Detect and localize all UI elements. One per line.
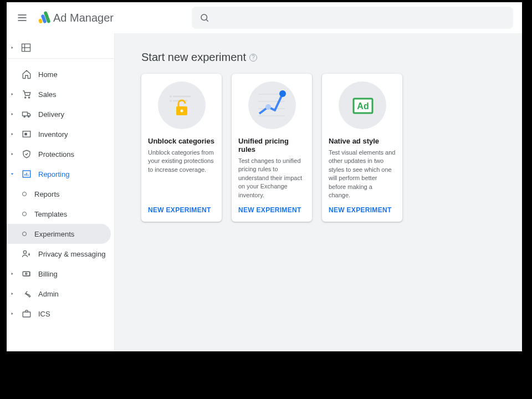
privacy-icon [21, 249, 33, 259]
card-title: Native ad style [329, 137, 396, 145]
card-native-ad-style[interactable]: Ad Native ad style Test visual elements … [322, 74, 402, 222]
sidebar-subitem-label: Templates [34, 210, 67, 218]
menu-button[interactable] [11, 7, 33, 29]
sidebar-item-sales[interactable]: Sales [7, 84, 114, 104]
main-content: Start new experiment ? [115, 33, 522, 351]
new-experiment-button[interactable]: NEW EXPERIMENT [148, 206, 215, 214]
search-icon [200, 13, 209, 23]
card-description: Unblock categories from your existing pr… [148, 149, 215, 200]
experiment-card-row: Unblock categories Unblock categories fr… [141, 74, 512, 222]
sidebar-item-inventory[interactable]: Inventory [7, 124, 114, 144]
network-icon [21, 42, 32, 53]
sidebar-item-label: Privacy & messaging [38, 250, 105, 258]
sidebar-subitem-label: Experiments [34, 230, 74, 238]
page-title-text: Start new experiment [141, 51, 246, 64]
svg-point-22 [23, 250, 26, 253]
svg-point-25 [25, 273, 27, 275]
truck-icon [21, 109, 33, 119]
svg-point-32 [180, 110, 183, 112]
svg-point-12 [28, 97, 29, 98]
svg-point-29 [170, 95, 172, 98]
sidebar-item-label: Sales [38, 90, 57, 99]
sidebar-item-ics[interactable]: ICS [7, 304, 114, 324]
chevron-right-icon [9, 112, 15, 116]
logo[interactable]: Ad Manager [38, 11, 114, 24]
sidebar-subitem-experiments[interactable]: Experiments [7, 224, 111, 244]
app-name: Ad Manager [53, 12, 114, 24]
shield-icon [21, 149, 33, 159]
sidebar-subitem-label: Reports [34, 190, 60, 198]
cart-icon [21, 89, 33, 99]
svg-point-15 [28, 116, 29, 117]
bullet-icon [22, 212, 27, 216]
card-title: Unified pricing rules [238, 137, 305, 154]
sidebar-item-label: Inventory [38, 130, 68, 139]
card-description: Test visual elements and other updates i… [329, 149, 396, 200]
chevron-right-icon [9, 132, 15, 136]
sidebar-item-label: Reporting [38, 170, 69, 178]
svg-rect-13 [23, 112, 28, 116]
sidebar-item-label: Billing [38, 270, 58, 278]
search-input[interactable] [192, 7, 513, 29]
sidebar-item-delivery[interactable]: Delivery [7, 104, 114, 124]
sidebar-subitem-reports[interactable]: Reports [7, 184, 111, 204]
svg-text:Ad: Ad [357, 101, 369, 111]
inventory-icon [21, 129, 33, 139]
sidebar: Home Sales Delivery [7, 33, 115, 351]
ad-manager-logo-icon [38, 11, 51, 24]
sidebar-item-billing[interactable]: Billing [7, 264, 114, 284]
network-selector[interactable] [7, 37, 114, 59]
card-unified-pricing-rules[interactable]: Unified pricing rules Test changes to un… [232, 74, 312, 222]
chevron-right-icon [9, 92, 15, 96]
briefcase-icon [21, 309, 33, 319]
sidebar-subitem-templates[interactable]: Templates [7, 204, 111, 224]
card-description: Test changes to unified pricing rules to… [238, 157, 305, 200]
card-unblock-categories[interactable]: Unblock categories Unblock categories fr… [141, 74, 222, 222]
page-title: Start new experiment ? [141, 51, 512, 64]
svg-rect-26 [23, 312, 30, 317]
bullet-icon [22, 232, 27, 236]
svg-point-14 [24, 116, 25, 117]
chevron-down-icon [9, 172, 15, 176]
chevron-right-icon [9, 45, 15, 50]
sidebar-item-label: Delivery [38, 110, 64, 119]
sidebar-item-privacy[interactable]: Privacy & messaging [7, 244, 114, 264]
app-window: Ad Manager Home [7, 2, 522, 351]
new-experiment-button[interactable]: NEW EXPERIMENT [238, 206, 305, 214]
svg-point-6 [201, 14, 207, 21]
header: Ad Manager [7, 2, 522, 33]
card-title: Unblock categories [148, 137, 215, 145]
chevron-right-icon [9, 311, 15, 316]
svg-point-37 [265, 104, 271, 110]
chevron-right-icon [9, 152, 15, 156]
svg-point-23 [28, 254, 30, 255]
bullet-icon [22, 192, 27, 196]
ad-illustration-icon: Ad [339, 81, 386, 129]
svg-point-11 [25, 97, 26, 98]
menu-icon [17, 12, 28, 23]
home-icon [21, 69, 33, 79]
sidebar-item-label: Admin [38, 290, 59, 298]
help-icon[interactable]: ? [249, 54, 257, 62]
sidebar-item-protections[interactable]: Protections [7, 144, 114, 164]
svg-point-38 [279, 90, 286, 97]
payments-icon [21, 269, 33, 279]
sidebar-item-label: Protections [38, 150, 74, 158]
chevron-right-icon [9, 291, 15, 296]
svg-rect-17 [24, 133, 27, 136]
chart-icon [21, 169, 33, 179]
svg-line-7 [206, 19, 208, 21]
new-experiment-button[interactable]: NEW EXPERIMENT [329, 206, 396, 214]
chevron-right-icon [9, 272, 15, 276]
sidebar-item-reporting[interactable]: Reporting [7, 164, 114, 184]
svg-rect-24 [23, 272, 29, 276]
sidebar-item-label: Home [38, 70, 58, 79]
sidebar-item-home[interactable]: Home [7, 64, 114, 84]
svg-point-30 [170, 100, 172, 102]
unlock-illustration-icon [158, 81, 206, 129]
sidebar-item-admin[interactable]: Admin [7, 284, 114, 304]
sidebar-item-label: ICS [38, 310, 50, 318]
svg-rect-3 [38, 18, 43, 24]
body: Home Sales Delivery [7, 33, 522, 351]
wrench-icon [21, 289, 33, 299]
